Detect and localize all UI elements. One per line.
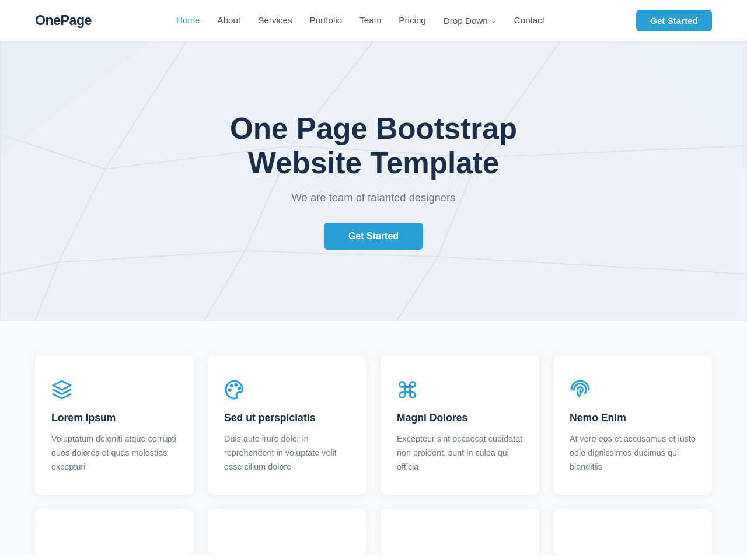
nav-item-pricing[interactable]: Pricing (392, 15, 432, 26)
card-stub-1 (35, 509, 194, 555)
hero-subtitle: We are team of talanted designers (169, 191, 578, 204)
hero-cta-button[interactable]: Get Started (324, 223, 423, 250)
layers-icon (51, 379, 177, 400)
nav-link-home[interactable]: Home (169, 12, 207, 29)
card-3: Magni Dolores Excepteur sint occaecat cu… (381, 356, 539, 495)
fingerprint-icon (570, 379, 696, 400)
card-2-text: Duis aute irure dolor in reprehenderit i… (224, 432, 350, 474)
nav-item-team[interactable]: Team (352, 15, 388, 26)
nav-link-pricing[interactable]: Pricing (392, 12, 432, 29)
card-3-title: Magni Dolores (397, 412, 523, 424)
cards-section: Lorem Ipsum Voluptatum deleniti atque co… (0, 321, 747, 495)
nav-item-about[interactable]: About (211, 15, 248, 26)
nav-link-team[interactable]: Team (352, 12, 388, 29)
card-stub-3 (381, 509, 539, 555)
dropdown-label: Drop Down (444, 16, 488, 26)
card-2: Sed ut perspiciatis Duis aute irure dolo… (208, 356, 366, 495)
card-1: Lorem Ipsum Voluptatum deleniti atque co… (35, 356, 194, 495)
svg-marker-15 (53, 381, 71, 390)
card-stub-4 (553, 509, 712, 555)
command-icon (397, 379, 523, 400)
navbar: OnePage Home About Services Portfolio Te… (0, 0, 747, 41)
hero-section: One Page Bootstrap Website Template We a… (0, 41, 747, 321)
svg-point-19 (229, 389, 231, 391)
nav-item-home[interactable]: Home (169, 15, 207, 26)
hero-content: One Page Bootstrap Website Template We a… (158, 77, 589, 285)
card-2-title: Sed ut perspiciatis (224, 412, 350, 424)
nav-link-services[interactable]: Services (251, 12, 299, 29)
cards-row2 (0, 495, 747, 555)
chevron-down-icon: ⌄ (491, 16, 497, 24)
nav-cta-button[interactable]: Get Started (636, 10, 712, 32)
svg-point-18 (231, 385, 232, 387)
nav-link-portfolio[interactable]: Portfolio (303, 12, 350, 29)
nav-item-portfolio[interactable]: Portfolio (303, 15, 350, 26)
nav-item-services[interactable]: Services (251, 15, 299, 26)
nav-item-contact[interactable]: Contact (507, 15, 551, 26)
nav-link-dropdown[interactable]: Drop Down ⌄ (437, 12, 504, 29)
card-1-text: Voluptatum deleniti atque corrupti quos … (51, 432, 177, 474)
nav-link-about[interactable]: About (211, 12, 248, 29)
card-3-text: Excepteur sint occaecat cupidatat non pr… (397, 432, 523, 474)
nav-link-contact[interactable]: Contact (507, 12, 551, 29)
card-1-title: Lorem Ipsum (51, 412, 177, 424)
nav-links: Home About Services Portfolio Team Prici… (169, 12, 551, 29)
card-stub-2 (208, 509, 366, 555)
card-4-title: Nemo Enim (570, 412, 696, 424)
palette-icon (224, 379, 350, 400)
card-4-text: At vero eos et accusamus et iusto odio d… (570, 432, 696, 474)
hero-title: One Page Bootstrap Website Template (169, 112, 578, 181)
cards-grid: Lorem Ipsum Voluptatum deleniti atque co… (35, 356, 712, 495)
svg-point-17 (239, 387, 240, 389)
card-4: Nemo Enim At vero eos et accusamus et iu… (553, 356, 712, 495)
svg-point-16 (235, 384, 237, 386)
nav-item-dropdown[interactable]: Drop Down ⌄ (437, 12, 504, 29)
brand-logo[interactable]: OnePage (35, 13, 92, 29)
